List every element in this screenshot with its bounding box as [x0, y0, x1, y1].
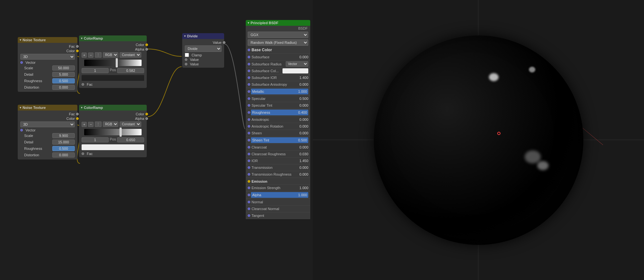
- chevron-icon: ▾: [20, 38, 21, 42]
- cr2-colormode-select[interactable]: RGB: [103, 121, 118, 127]
- bsdf-label-10: Anisotropic: [252, 118, 295, 121]
- bsdf-label-7: Specular: [252, 97, 295, 101]
- divide-node: ▾ Divide Value Divide Add Multiply Clamp: [182, 33, 224, 68]
- bsdf-bar-label-13: Sheen Tint: [252, 138, 269, 142]
- cr2-options-button[interactable]: ⋮: [95, 121, 102, 127]
- cr1-add-button[interactable]: +: [82, 53, 87, 58]
- cr2-remove-button[interactable]: −: [88, 122, 93, 127]
- color-socket[interactable]: [76, 50, 79, 52]
- cr1-colormode-select[interactable]: RGB HSV: [103, 52, 118, 58]
- bsdf-socket-6[interactable]: [248, 90, 250, 93]
- noise-node-2-distortion-value[interactable]: 0.000: [52, 152, 75, 158]
- cr2-fac-socket[interactable]: [82, 152, 84, 155]
- bsdf-label-8: Specular Tint: [252, 103, 295, 107]
- cr2-marker[interactable]: [120, 128, 122, 137]
- vector-socket-2[interactable]: [20, 129, 23, 131]
- bsdf-bar-13[interactable]: Sheen Tint0.500: [251, 137, 308, 143]
- bsdf-socket-23[interactable]: [248, 208, 250, 210]
- cr1-marker[interactable]: [116, 58, 118, 67]
- divide-operation-select[interactable]: Divide Add Multiply: [185, 45, 222, 52]
- cr2-pos-index[interactable]: 1: [82, 137, 109, 142]
- noise-node-1-detail-value[interactable]: 5.000: [52, 72, 75, 77]
- divide-value1-socket[interactable]: [185, 58, 187, 61]
- bsdf-value-18: 0.000: [295, 172, 308, 176]
- bsdf-value-1: 0.000: [295, 55, 308, 59]
- bsdf-bar-21[interactable]: Alpha1.000: [251, 192, 308, 198]
- cr1-options-button[interactable]: ⋮: [95, 52, 102, 58]
- bsdf-bar-9[interactable]: Roughness0.400: [251, 110, 308, 115]
- bsdf-socket-22[interactable]: [248, 201, 250, 203]
- noise-node-2-header[interactable]: ▾ Noise Texture: [18, 105, 77, 111]
- bsdf-socket-8[interactable]: [248, 104, 250, 107]
- chevron-icon-bsdf: ▾: [248, 21, 249, 24]
- bsdf-socket-1[interactable]: [248, 56, 250, 58]
- cr2-color-socket[interactable]: [145, 113, 148, 115]
- bsdf-socket-21[interactable]: [248, 194, 250, 196]
- dimension-select-2[interactable]: 3D 2D 4D: [20, 121, 75, 127]
- cr1-fac-socket[interactable]: [82, 83, 84, 86]
- noise-node-1-scale-value[interactable]: 50.000: [52, 65, 75, 71]
- cr2-alpha-socket[interactable]: [145, 117, 148, 120]
- cr1-pos-value[interactable]: 0.582: [117, 68, 144, 73]
- cr1-remove-button[interactable]: −: [88, 53, 93, 58]
- bsdf-node-body: BSDF GGX Beckmann Multiscatter GGX Rando…: [246, 26, 310, 219]
- bsdf-socket-10[interactable]: [248, 118, 250, 121]
- bsdf-header-socket-19[interactable]: [248, 180, 250, 183]
- cr1-color-socket[interactable]: [145, 43, 148, 46]
- bsdf-socket-5[interactable]: [248, 83, 250, 86]
- bsdf-bar-6[interactable]: Metallic1.000: [251, 89, 308, 94]
- divide-node-header[interactable]: ▾ Divide: [182, 33, 224, 39]
- colorramp-node-2-header[interactable]: ▾ ColorRamp: [79, 105, 147, 111]
- cr1-alpha-socket[interactable]: [145, 48, 148, 51]
- fac-socket-2[interactable]: [76, 113, 79, 115]
- bsdf-socket-16[interactable]: [248, 159, 250, 162]
- bsdf-socket-11[interactable]: [248, 125, 250, 128]
- bsdf-value-7: 0.500: [295, 97, 308, 101]
- bsdf-socket-7[interactable]: [248, 97, 250, 100]
- bsdf-socket-14[interactable]: [248, 146, 250, 149]
- cursor-dot: [497, 132, 500, 135]
- sphere-render: [374, 35, 583, 245]
- bsdf-color-swatch-3[interactable]: [282, 68, 308, 73]
- bsdf-dropdown-2[interactable]: Vector: [286, 61, 308, 67]
- clamp-checkbox[interactable]: [185, 53, 189, 57]
- bsdf-socket-20[interactable]: [248, 187, 250, 189]
- bsdf-label-23: Clearcoat Normal: [252, 207, 308, 211]
- bsdf-socket-12[interactable]: [248, 132, 250, 134]
- fac-socket[interactable]: [76, 45, 79, 48]
- bsdf-socket-17[interactable]: [248, 166, 250, 169]
- cr1-interpolation-select[interactable]: Constant Linear Ease: [120, 52, 141, 58]
- cr2-add-button[interactable]: +: [82, 122, 87, 127]
- noise-node-2-detail-value[interactable]: 15.000: [52, 140, 75, 145]
- bsdf-socket-4[interactable]: [248, 76, 250, 79]
- dimension-select[interactable]: 3D 2D 4D: [20, 54, 75, 60]
- bsdf-distribution-select[interactable]: GGX Beckmann Multiscatter GGX: [248, 32, 308, 38]
- cr1-pos-label: Pos: [110, 68, 116, 73]
- cr1-gradient[interactable]: [84, 60, 142, 66]
- bsdf-subsurface-select[interactable]: Random Walk (Fixed Radius) Christensen-B…: [248, 39, 308, 46]
- divide-value-socket[interactable]: [223, 41, 225, 44]
- base-color-socket[interactable]: [248, 49, 250, 51]
- color-socket-2[interactable]: [76, 117, 79, 120]
- bsdf-socket-13[interactable]: [248, 139, 250, 141]
- bsdf-node-header[interactable]: ▾ Principled BSDF: [246, 20, 310, 26]
- cr1-pos-index[interactable]: 1: [82, 68, 109, 73]
- bsdf-socket-15[interactable]: [248, 153, 250, 155]
- bsdf-socket-2[interactable]: [248, 63, 250, 65]
- noise-node-2-scale-value[interactable]: 9.900: [52, 133, 75, 138]
- vector-socket[interactable]: [20, 61, 23, 64]
- noise-node-1-header[interactable]: ▾ Noise Texture: [18, 37, 77, 43]
- bsdf-socket-9[interactable]: [248, 111, 250, 114]
- cr2-gradient[interactable]: [84, 129, 142, 135]
- cr2-interpolation-select[interactable]: Constant Linear: [120, 121, 141, 127]
- colorramp-node-1-header[interactable]: ▾ ColorRamp: [79, 35, 147, 41]
- noise-node-1-distortion-value[interactable]: 0.000: [52, 85, 75, 90]
- cr2-pos-value[interactable]: 0.650: [117, 137, 144, 142]
- bsdf-socket-24[interactable]: [248, 214, 250, 217]
- divide-value2-socket[interactable]: [185, 63, 187, 65]
- bsdf-socket-18[interactable]: [248, 173, 250, 176]
- noise-node-2-roughness-value[interactable]: 0.500: [52, 146, 75, 151]
- chevron-icon-cr2: ▾: [81, 106, 83, 109]
- bsdf-socket-3[interactable]: [248, 70, 250, 72]
- noise-node-1-roughness-value[interactable]: 0.500: [52, 78, 75, 83]
